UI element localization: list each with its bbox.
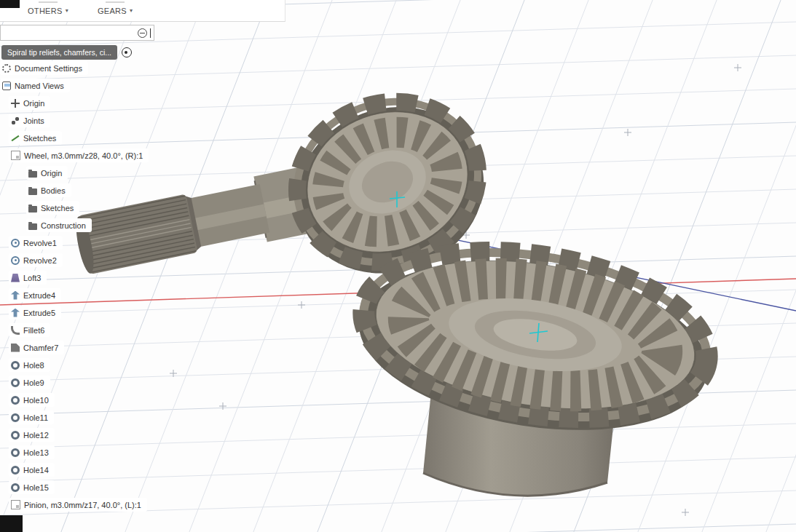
tree-item[interactable]: Fillet6 <box>9 323 50 337</box>
app-window: OTHERS ▾ GEARS ▾ Spiral tip reliefs, cha… <box>0 0 796 532</box>
tree-item-label: Hole11 <box>23 413 48 422</box>
minus-circle-icon[interactable] <box>138 28 147 38</box>
tree-item[interactable]: Hole12 <box>9 428 55 442</box>
hole-icon <box>11 483 20 492</box>
tree-item[interactable]: Origin <box>9 96 50 110</box>
tree-item[interactable]: Sketches <box>9 131 62 145</box>
sketches-icon <box>11 134 20 143</box>
tree-item-label: Named Views <box>15 82 64 90</box>
tree-item[interactable]: Revolve2 <box>9 253 63 267</box>
menu-others-label: OTHERS <box>28 7 63 15</box>
component-icon <box>11 500 20 509</box>
settings-icon <box>2 64 11 73</box>
chamfer-icon <box>11 344 20 352</box>
folder-icon <box>28 206 37 213</box>
tree-item[interactable]: Hole14 <box>9 463 55 477</box>
chevron-down-icon: ▾ <box>66 7 68 14</box>
tree-item-label: Origin <box>23 99 44 108</box>
tree-item-label: Wheel, m3.0mm/z28, 40.0°, (R):1 <box>24 151 143 160</box>
browser-panel: Spiral tip reliefs, chamfers, ci... Docu… <box>0 25 233 515</box>
folder-icon <box>28 188 37 195</box>
toolbar: OTHERS ▾ GEARS ▾ <box>0 0 285 22</box>
tree-item-label: Revolve2 <box>23 256 57 265</box>
revolve-icon <box>11 239 20 247</box>
tree-item-label: Hole8 <box>23 361 44 370</box>
tree-item[interactable]: Extrude4 <box>9 288 61 302</box>
hole-icon <box>11 361 20 370</box>
joints-icon <box>11 116 20 125</box>
tree-item-label: Hole13 <box>23 448 49 457</box>
tree-item[interactable]: Hole13 <box>9 445 55 459</box>
text-cursor <box>150 28 151 38</box>
tree-item-label: Bodies <box>41 186 66 195</box>
tree-item-label: Sketches <box>41 204 74 213</box>
tree-item[interactable]: Revolve1 <box>9 236 63 250</box>
tree-item[interactable]: Document Settings <box>0 61 88 75</box>
tree-item-label: Hole15 <box>23 483 49 492</box>
folder-icon <box>28 171 37 178</box>
extrude-icon <box>11 291 20 300</box>
search-input[interactable] <box>4 28 138 37</box>
hole-icon <box>11 431 20 440</box>
tree-item-label: Chamfer7 <box>23 344 58 352</box>
tree-item-label: Extrude5 <box>23 309 55 317</box>
revolve-icon <box>11 256 20 265</box>
menu-gears-label: GEARS <box>98 7 127 15</box>
tree-item-label: Document Settings <box>15 64 82 73</box>
tree-item[interactable]: Hole8 <box>9 358 50 372</box>
tree-item[interactable]: Hole11 <box>9 410 54 424</box>
target-icon[interactable] <box>122 47 132 57</box>
menu-others[interactable]: OTHERS ▾ <box>23 4 73 18</box>
tree-item-label: Sketches <box>23 134 56 143</box>
hole-icon <box>11 448 20 457</box>
hole-icon <box>11 378 20 387</box>
tree-item-label: Joints <box>23 116 44 125</box>
hole-icon <box>11 396 20 405</box>
tree-item[interactable]: Wheel, m3.0mm/z28, 40.0°, (R):1 <box>9 148 149 162</box>
selected-tree-item[interactable]: Spiral tip reliefs, chamfers, ci... <box>1 45 117 60</box>
tree-item-label: Hole12 <box>23 431 49 440</box>
tree-item[interactable]: Origin <box>26 166 68 180</box>
tree-item[interactable]: Hole10 <box>9 393 55 407</box>
hole-icon <box>11 413 20 422</box>
chevron-down-icon: ▾ <box>130 7 133 14</box>
tree-item-label: Loft3 <box>23 274 41 282</box>
tree-item-label: Hole14 <box>23 466 49 475</box>
tree-item[interactable]: Named Views <box>0 79 70 92</box>
fillet-icon <box>11 326 20 335</box>
hole-icon <box>11 466 20 475</box>
tree-item-label: Construction <box>41 221 86 230</box>
tree-item[interactable]: Construction <box>26 218 92 232</box>
tree-item-label: Extrude4 <box>23 291 55 300</box>
tree-item[interactable]: Joints <box>9 114 50 127</box>
browser-search[interactable] <box>0 25 154 41</box>
tree-item[interactable]: Extrude5 <box>9 306 61 319</box>
tree-item[interactable]: Hole15 <box>9 480 55 494</box>
tree-item[interactable]: Pinion, m3.0mm/z17, 40.0°, (L):1 <box>9 498 147 512</box>
menu-gears[interactable]: GEARS ▾ <box>93 4 137 18</box>
origin-icon <box>11 99 20 108</box>
screen-artifact-bottom-left <box>0 515 23 532</box>
tree-item[interactable]: Sketches <box>26 201 79 215</box>
tree-item-label: Hole10 <box>23 396 49 405</box>
tree-item-label: Pinion, m3.0mm/z17, 40.0°, (L):1 <box>24 501 141 509</box>
tree-item[interactable]: Loft3 <box>9 271 47 285</box>
browser-tree: Document Settings Named Views Origin Joi… <box>0 61 233 515</box>
tree-item[interactable]: Chamfer7 <box>9 341 64 354</box>
tree-item[interactable]: Bodies <box>26 183 71 197</box>
component-icon <box>11 151 20 160</box>
extrude-icon <box>11 309 20 317</box>
folder-icon <box>28 223 37 230</box>
tree-item-label: Hole9 <box>23 378 44 387</box>
tree-item-label: Origin <box>41 169 62 178</box>
tree-item-label: Fillet6 <box>23 326 44 335</box>
screen-artifact-top-left <box>0 0 20 8</box>
loft-icon <box>11 274 20 282</box>
tree-item-label: Revolve1 <box>23 239 57 247</box>
views-icon <box>2 82 11 90</box>
tree-item[interactable]: Hole9 <box>9 376 50 389</box>
